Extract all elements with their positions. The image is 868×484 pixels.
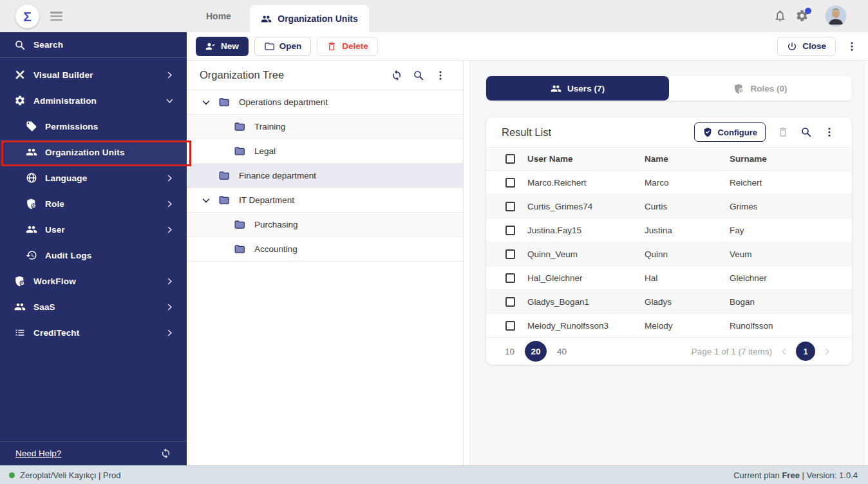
row-checkbox[interactable] (505, 226, 515, 235)
chevron-down-icon[interactable] (200, 98, 212, 107)
chevron-down-icon[interactable] (200, 196, 212, 205)
row-checkbox[interactable] (505, 297, 515, 307)
new-button[interactable]: New (196, 37, 249, 56)
sidebar-item-permissions[interactable]: Permissions (0, 113, 187, 139)
table-row[interactable]: Curtis_Grimes74 Curtis Grimes (486, 195, 852, 218)
search-icon[interactable] (413, 70, 424, 81)
sidebar-item-audit-logs[interactable]: Audit Logs (0, 242, 187, 268)
tree-node-finance-department[interactable]: Finance department (187, 164, 463, 188)
tab-roles[interactable]: Roles (0) (669, 76, 852, 101)
app-logo[interactable]: Σ (15, 5, 39, 28)
sidebar-item-search[interactable]: Search (0, 32, 187, 58)
sidebar-item-label: SaaS (33, 302, 165, 312)
chevron-spacer (200, 171, 212, 180)
tree-node-it-department[interactable]: IT Department (187, 188, 463, 213)
table-header-row: User Name Name Surname (486, 147, 852, 171)
tab-roles-label: Roles (0) (750, 84, 787, 93)
sidebar-item-label: Administration (33, 96, 165, 106)
row-checkbox[interactable] (505, 178, 515, 188)
table-row[interactable]: Quinn_Veum Quinn Veum (486, 242, 852, 266)
table-row[interactable]: Gladys_Bogan1 Gladys Bogan (486, 290, 852, 314)
cell-user-name: Gladys_Bogan1 (527, 297, 645, 307)
need-help-link[interactable]: Need Help? (15, 449, 61, 458)
tab-users[interactable]: Users (7) (486, 76, 669, 101)
need-help-bar: Need Help? (0, 441, 187, 465)
globe-icon (26, 172, 37, 184)
page-size-20[interactable]: 20 (525, 341, 547, 362)
cell-user-name: Justina.Fay15 (527, 226, 645, 235)
tab-active-label: Organization Units (278, 14, 357, 24)
person-check-icon (205, 41, 216, 52)
sidebar-item-organization-units[interactable]: Organization Units (0, 139, 187, 165)
plan-prefix: Current plan (733, 470, 780, 480)
tree-node-label: Accounting (254, 244, 297, 254)
sidebar-item-visual-builder[interactable]: Visual Builder (0, 62, 187, 88)
select-all-checkbox[interactable] (505, 154, 515, 164)
tree-node-operations-department[interactable]: Operations department (187, 90, 463, 115)
sidebar-item-label: Visual Builder (33, 70, 165, 80)
sync-icon[interactable] (391, 70, 402, 81)
table-row[interactable]: Marco.Reichert Marco Reichert (486, 171, 852, 195)
avatar[interactable] (826, 6, 846, 26)
row-checkbox[interactable] (505, 202, 515, 211)
cell-surname: Reichert (730, 178, 852, 188)
delete-button[interactable]: Delete (317, 37, 378, 56)
new-button-label: New (221, 41, 239, 51)
permissions-icon (26, 121, 37, 132)
folder-icon (233, 219, 245, 230)
sidebar-item-label: Language (45, 173, 165, 183)
hamburger-menu-icon[interactable] (50, 12, 62, 21)
page-size-40[interactable]: 40 (554, 347, 570, 356)
users-roles-tabs: Users (7) Roles (0) (486, 76, 852, 101)
sidebar-item-label: Search (33, 40, 174, 50)
page-size-10[interactable]: 10 (502, 347, 518, 356)
sidebar-item-user[interactable]: User (0, 217, 187, 242)
chevron-right-icon[interactable] (823, 347, 831, 356)
table-row[interactable]: Melody_Runolfsson3 Melody Runolfsson (486, 314, 852, 338)
tree-header: Organization Tree (187, 61, 463, 90)
sidebar-item-role[interactable]: Role (0, 191, 187, 217)
row-checkbox[interactable] (505, 249, 515, 259)
tree-node-legal[interactable]: Legal (187, 139, 463, 164)
row-checkbox[interactable] (505, 321, 515, 331)
column-header-user-name[interactable]: User Name (527, 154, 645, 164)
kebab-menu-icon[interactable] (846, 41, 858, 52)
cell-surname: Grimes (730, 202, 852, 211)
sidebar-item-administration[interactable]: Administration (0, 88, 187, 113)
tab-home[interactable]: Home (193, 0, 244, 32)
close-button[interactable]: Close (777, 37, 836, 56)
sidebar-item-language[interactable]: Language (0, 165, 187, 191)
kebab-menu-icon[interactable] (824, 126, 835, 138)
open-button[interactable]: Open (254, 37, 312, 56)
tree-node-accounting[interactable]: Accounting (187, 237, 463, 262)
column-header-name[interactable]: Name (645, 154, 730, 164)
sync-icon[interactable] (160, 448, 171, 459)
people-icon (26, 224, 37, 235)
column-header-surname[interactable]: Surname (730, 154, 852, 164)
sidebar-item-saas[interactable]: SaaS (0, 294, 187, 320)
kebab-menu-icon[interactable] (435, 70, 446, 81)
current-page-button[interactable]: 1 (796, 342, 815, 361)
chevron-left-icon[interactable] (780, 347, 788, 356)
bell-icon[interactable] (773, 9, 787, 23)
table-row[interactable]: Hal_Gleichner Hal Gleichner (486, 266, 852, 290)
tree-node-purchasing[interactable]: Purchasing (187, 213, 463, 237)
sidebar-item-creditecht[interactable]: CrediTecht (0, 320, 187, 345)
search-icon[interactable] (800, 126, 812, 138)
result-list-title: Result List (502, 126, 694, 139)
table-row[interactable]: Justina.Fay15 Justina Fay (486, 218, 852, 242)
sidebar-item-workflow[interactable]: WorkFlow (0, 268, 187, 294)
shield-person-icon (733, 83, 744, 94)
cell-surname: Runolfsson (730, 321, 852, 331)
tree-node-training[interactable]: Training (187, 115, 463, 139)
notification-dot (805, 8, 811, 14)
chevron-right-icon (165, 200, 174, 208)
plan-name: Free (782, 470, 799, 480)
trash-icon[interactable] (777, 126, 789, 138)
top-bar: Σ Home Organization Units (0, 0, 868, 32)
tab-organization-units[interactable]: Organization Units (250, 5, 369, 32)
scrollbar-track[interactable] (863, 61, 868, 465)
configure-button[interactable]: Configure (694, 122, 766, 142)
row-checkbox[interactable] (505, 273, 515, 283)
tree-title: Organization Tree (200, 69, 381, 81)
